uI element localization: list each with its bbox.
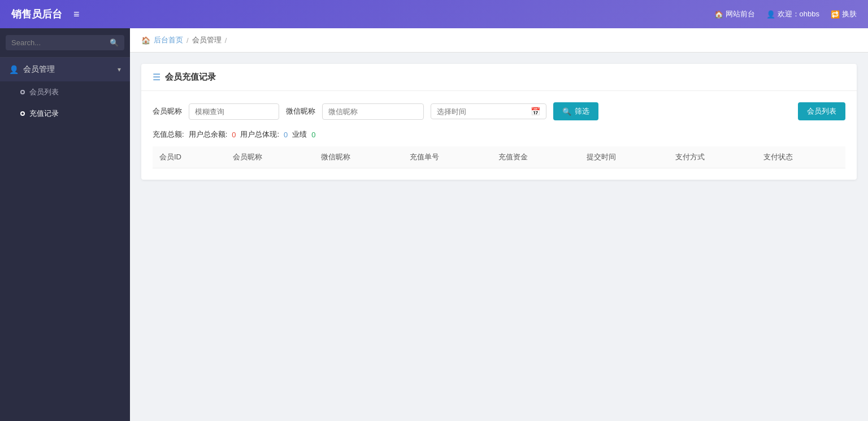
skin-icon: 🔁: [831, 10, 840, 19]
col-submit-time: 提交时间: [580, 146, 669, 168]
user-icon: 👤: [766, 10, 775, 19]
cash-value: 0: [284, 131, 288, 139]
col-recharge-order: 充值单号: [403, 146, 492, 168]
search-btn-icon: 🔍: [562, 107, 571, 116]
breadcrumb-sep1: /: [186, 36, 189, 45]
sidebar-item-member-list[interactable]: 会员列表: [0, 81, 130, 103]
col-member-nickname: 会员昵称: [226, 146, 315, 168]
wechat-nickname-input[interactable]: [322, 103, 424, 120]
top-right-nav: 🏠 网站前台 👤 欢迎：ohbbs 🔁 换肤: [714, 9, 857, 19]
cash-label: 用户总体现:: [240, 129, 279, 140]
date-picker-input[interactable]: [437, 107, 527, 116]
card-title: 会员充值记录: [165, 72, 216, 83]
balance-value: 0: [232, 131, 236, 139]
recharge-total-label: 充值总额:: [153, 129, 184, 140]
sidebar-search-area: 🔍: [0, 28, 130, 58]
breadcrumb-sep2: /: [225, 36, 227, 45]
search-icon: 🔍: [110, 38, 119, 47]
app-logo: 销售员后台: [11, 7, 62, 21]
date-picker-wrap[interactable]: 📅: [431, 103, 546, 119]
performance-label: 业绩: [292, 129, 307, 140]
welcome-user: 👤 欢迎：ohbbs: [766, 9, 819, 19]
home-icon: 🏠: [714, 10, 723, 19]
breadcrumb-current: 会员管理: [192, 35, 222, 45]
search-box[interactable]: 🔍: [6, 35, 124, 50]
dot-icon: [20, 111, 25, 116]
col-member-id: 会员ID: [153, 146, 226, 168]
data-table: 会员ID 会员昵称 微信昵称 充值单号 充值资金 提交时间 支付方式 支付状态: [153, 146, 845, 168]
content-area: 🏠 后台首页 / 会员管理 / ☰ 会员充值记录 会员昵称 微信昵称: [130, 28, 868, 421]
main-card: ☰ 会员充值记录 会员昵称 微信昵称 📅: [141, 64, 857, 180]
search-input[interactable]: [11, 38, 105, 47]
col-payment-status: 支付状态: [757, 146, 845, 168]
card-header: ☰ 会员充值记录: [141, 64, 857, 91]
breadcrumb: 🏠 后台首页 / 会员管理 /: [130, 28, 868, 53]
sidebar-item-recharge-records[interactable]: 充值记录: [0, 103, 130, 124]
filter-button[interactable]: 🔍 筛选: [553, 102, 598, 120]
chevron-down-icon: ▾: [118, 66, 121, 73]
breadcrumb-home-icon: 🏠: [141, 36, 150, 45]
table-head: 会员ID 会员昵称 微信昵称 充值单号 充值资金 提交时间 支付方式 支付状态: [153, 146, 845, 168]
member-list-button[interactable]: 会员列表: [798, 102, 845, 120]
col-recharge-amount: 充值资金: [492, 146, 580, 168]
person-icon: 👤: [9, 65, 19, 74]
performance-value: 0: [311, 131, 315, 139]
switch-skin-link[interactable]: 🔁 换肤: [831, 9, 857, 19]
sidebar: 🔍 👤 会员管理 ▾ 会员列表 充值记录: [0, 28, 130, 421]
table-header-row: 会员ID 会员昵称 微信昵称 充值单号 充值资金 提交时间 支付方式 支付状态: [153, 146, 845, 168]
website-front-link[interactable]: 🏠 网站前台: [714, 9, 755, 19]
col-wechat-nickname: 微信昵称: [314, 146, 403, 168]
hamburger-icon[interactable]: ≡: [73, 8, 80, 20]
page-content: ☰ 会员充值记录 会员昵称 微信昵称 📅: [130, 53, 868, 421]
member-nickname-label: 会员昵称: [153, 106, 182, 116]
dot-icon: [20, 90, 25, 94]
sidebar-menu: 👤 会员管理 ▾ 会员列表 充值记录: [0, 58, 130, 421]
col-payment-method: 支付方式: [669, 146, 757, 168]
wechat-nickname-label: 微信昵称: [286, 106, 315, 116]
card-body: 会员昵称 微信昵称 📅 🔍 筛选 会员列表: [141, 91, 857, 180]
top-header: 销售员后台 ≡ 🏠 网站前台 👤 欢迎：ohbbs 🔁 换肤: [0, 0, 868, 28]
calendar-icon: 📅: [531, 107, 540, 116]
breadcrumb-home-link[interactable]: 后台首页: [154, 35, 183, 45]
balance-label: 用户总余额:: [189, 129, 228, 140]
list-icon: ☰: [153, 72, 160, 83]
main-layout: 🔍 👤 会员管理 ▾ 会员列表 充值记录 🏠 后台首页 /: [0, 28, 868, 421]
stats-row: 充值总额: 用户总余额: 0 用户总体现: 0 业绩 0: [153, 129, 845, 140]
member-nickname-input[interactable]: [189, 103, 279, 120]
sidebar-group-member-management[interactable]: 👤 会员管理 ▾: [0, 58, 130, 81]
filter-row: 会员昵称 微信昵称 📅 🔍 筛选 会员列表: [153, 102, 845, 120]
